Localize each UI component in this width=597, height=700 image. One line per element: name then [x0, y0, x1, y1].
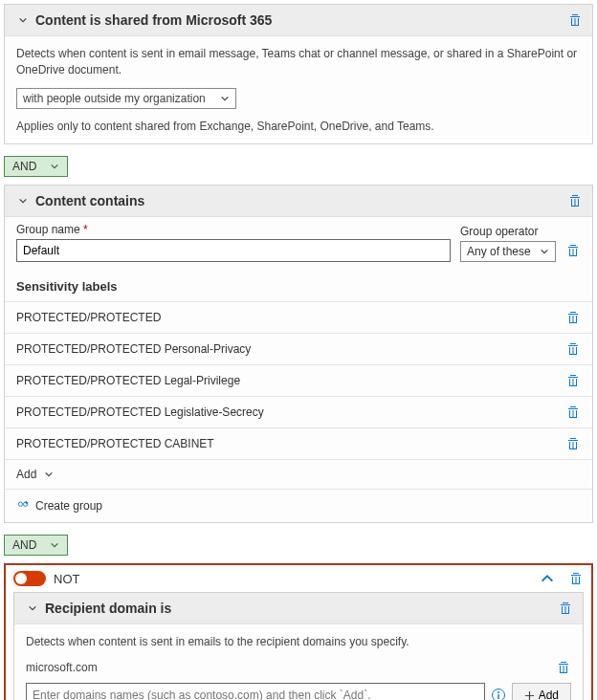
section-title: Recipient domain is: [45, 601, 558, 616]
label-text: PROTECTED/PROTECTED Personal-Privacy: [16, 342, 251, 356]
sensitivity-labels-header: Sensitivity labels: [5, 272, 592, 301]
description-text: Detects when content is sent in emails t…: [26, 634, 571, 650]
domain-value: microsoft.com: [26, 661, 98, 674]
svg-point-3: [498, 691, 499, 693]
plus-icon: [524, 690, 535, 700]
add-domain-button[interactable]: Add: [512, 683, 571, 700]
group-operator-field: Group operator Any of these: [460, 225, 556, 262]
dropdown-value: Any of these: [467, 245, 531, 258]
info-icon[interactable]: [491, 688, 506, 700]
description-text: Detects when content is sent in email me…: [16, 46, 581, 78]
domain-row: microsoft.com: [26, 660, 571, 675]
label-text: PROTECTED/PROTECTED: [16, 311, 161, 324]
list-item: PROTECTED/PROTECTED Personal-Privacy: [5, 333, 592, 364]
section-title: Content is shared from Microsoft 365: [35, 12, 567, 28]
section-header[interactable]: Content is shared from Microsoft 365: [5, 5, 592, 36]
not-label: NOT: [54, 572, 79, 586]
not-toggle[interactable]: [13, 571, 46, 586]
delete-icon[interactable]: [567, 12, 583, 28]
chevron-down-icon: [18, 196, 28, 206]
section-content-contains: Content contains Group name * Group oper…: [4, 185, 593, 523]
add-button-label: Add: [539, 689, 559, 700]
domain-input[interactable]: [26, 683, 485, 700]
group-name-field: Group name *: [16, 223, 451, 262]
delete-icon[interactable]: [568, 571, 584, 586]
add-label: Add: [16, 468, 36, 481]
chevron-down-icon: [50, 540, 59, 550]
group-name-label: Group name *: [16, 223, 451, 236]
chevron-down-icon: [44, 470, 54, 479]
list-item: PROTECTED/PROTECTED: [5, 301, 592, 333]
not-condition-group: NOT Recipient domain is Detects when con…: [4, 563, 593, 700]
svg-point-0: [18, 502, 22, 506]
chevron-down-icon: [540, 247, 549, 256]
and-operator[interactable]: AND: [4, 156, 68, 177]
list-item: PROTECTED/PROTECTED Legal-Privilege: [5, 364, 592, 396]
group-operator-label: Group operator: [460, 225, 556, 238]
label-text: PROTECTED/PROTECTED Legislative-Secrecy: [16, 405, 264, 419]
create-group-icon: [16, 499, 30, 513]
operator-label: AND: [12, 538, 36, 552]
create-group-row[interactable]: Create group: [5, 489, 592, 522]
section-header[interactable]: Recipient domain is: [14, 593, 583, 624]
chevron-down-icon: [28, 603, 37, 613]
delete-icon[interactable]: [565, 310, 581, 325]
create-group-label: Create group: [35, 499, 102, 513]
delete-icon[interactable]: [565, 341, 581, 357]
section-body: Detects when content is sent in email me…: [5, 36, 592, 143]
and-operator[interactable]: AND: [4, 535, 68, 556]
label-text: PROTECTED/PROTECTED Legal-Privilege: [16, 374, 240, 387]
group-operator-dropdown[interactable]: Any of these: [460, 241, 556, 262]
operator-label: AND: [12, 160, 36, 173]
section-content-shared: Content is shared from Microsoft 365 Det…: [4, 4, 593, 144]
dropdown-value: with people outside my organization: [23, 92, 206, 105]
delete-icon[interactable]: [556, 660, 571, 675]
scope-dropdown[interactable]: with people outside my organization: [16, 88, 236, 109]
chevron-up-icon[interactable]: [540, 571, 555, 586]
delete-icon[interactable]: [565, 243, 581, 258]
delete-icon[interactable]: [565, 373, 581, 388]
section-body: Detects when content is sent in emails t…: [14, 624, 583, 700]
chevron-down-icon: [50, 162, 59, 171]
label-text: PROTECTED/PROTECTED CABINET: [16, 437, 214, 450]
svg-rect-4: [498, 694, 498, 699]
delete-icon[interactable]: [567, 193, 583, 208]
list-item: PROTECTED/PROTECTED CABINET: [5, 427, 592, 459]
chevron-down-icon: [18, 15, 28, 25]
section-header[interactable]: Content contains: [5, 186, 592, 217]
not-bar: NOT: [6, 565, 591, 592]
delete-icon[interactable]: [558, 601, 573, 616]
delete-icon[interactable]: [565, 405, 581, 420]
section-title: Content contains: [35, 193, 567, 208]
chevron-down-icon: [220, 94, 230, 103]
note-text: Applies only to content shared from Exch…: [16, 119, 581, 135]
add-label-row[interactable]: Add: [5, 459, 592, 489]
section-recipient-domain: Recipient domain is Detects when content…: [13, 592, 584, 700]
group-name-input[interactable]: [16, 239, 451, 262]
delete-icon[interactable]: [565, 436, 581, 451]
group-fields-row: Group name * Group operator Any of these: [5, 217, 592, 272]
domain-input-row: Add: [26, 683, 571, 700]
list-item: PROTECTED/PROTECTED Legislative-Secrecy: [5, 396, 592, 427]
